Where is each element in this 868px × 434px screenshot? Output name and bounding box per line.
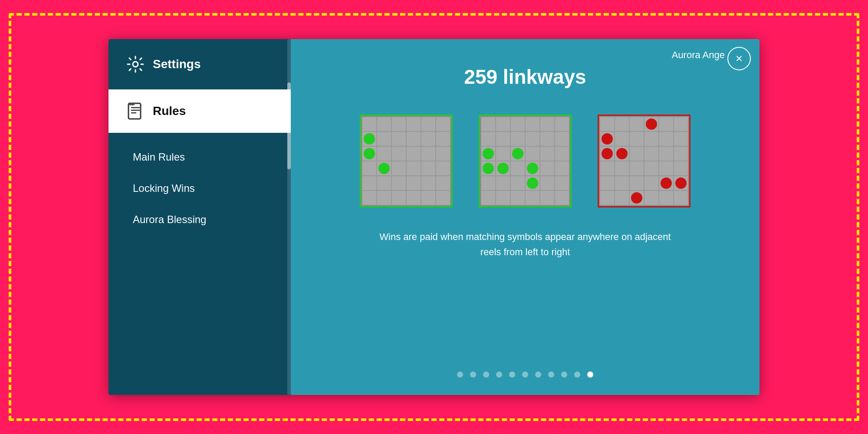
pagination-dot[interactable] bbox=[496, 372, 502, 378]
grid-cell bbox=[377, 176, 391, 191]
grid-cell bbox=[362, 161, 377, 176]
grid-cell bbox=[644, 161, 659, 176]
grid-cell bbox=[540, 117, 555, 132]
main-window: Settings Rules Main Rules Locking Wins A… bbox=[108, 39, 760, 395]
grid-cell bbox=[674, 132, 688, 146]
pagination-dot[interactable] bbox=[522, 372, 528, 378]
grid-cell bbox=[659, 176, 674, 191]
game-title: Aurora Ange bbox=[672, 49, 725, 61]
rules-label: Rules bbox=[153, 104, 186, 118]
grid-cell bbox=[391, 117, 406, 132]
grid-cell bbox=[481, 191, 496, 205]
circle-red-icon bbox=[675, 178, 687, 189]
grid-cell bbox=[510, 132, 525, 146]
grid-cell bbox=[421, 191, 436, 205]
close-button[interactable]: × bbox=[727, 47, 751, 70]
svg-point-0 bbox=[133, 62, 138, 67]
grid-cell bbox=[659, 146, 674, 161]
circle-green-icon bbox=[483, 148, 494, 159]
grid-cell bbox=[525, 146, 540, 161]
grid-cell bbox=[555, 117, 569, 132]
grid-cell bbox=[629, 132, 644, 146]
sidebar-item-main-rules[interactable]: Main Rules bbox=[108, 141, 291, 173]
grid-cell bbox=[481, 146, 496, 161]
grid-cell bbox=[629, 161, 644, 176]
circle-green-icon bbox=[512, 148, 523, 159]
sidebar: Settings Rules Main Rules Locking Wins A… bbox=[108, 39, 291, 395]
grid-cell bbox=[540, 146, 555, 161]
sub-menu: Main Rules Locking Wins Aurora Blessing bbox=[108, 133, 291, 244]
grids-row bbox=[360, 115, 690, 207]
pagination-dot[interactable] bbox=[457, 372, 463, 378]
grid-cell bbox=[496, 176, 510, 191]
grid-cell bbox=[615, 161, 629, 176]
grid-cell bbox=[377, 132, 391, 146]
grid-cell bbox=[615, 146, 629, 161]
grid-cell bbox=[481, 176, 496, 191]
circle-green-icon bbox=[527, 178, 538, 189]
svg-rect-1 bbox=[128, 103, 141, 119]
grid-cell bbox=[659, 117, 674, 132]
grid-cell bbox=[525, 161, 540, 176]
pagination-dot[interactable] bbox=[470, 372, 476, 378]
grid-cell bbox=[615, 132, 629, 146]
grid-cell bbox=[674, 161, 688, 176]
grid-cell bbox=[481, 117, 496, 132]
grid-cell bbox=[362, 176, 377, 191]
grid-cell bbox=[510, 146, 525, 161]
pagination-dot[interactable] bbox=[509, 372, 515, 378]
grid-cell bbox=[436, 176, 450, 191]
grid-cell bbox=[391, 146, 406, 161]
circle-red-icon bbox=[602, 148, 613, 159]
grid-cell bbox=[600, 146, 615, 161]
sidebar-item-rules[interactable]: Rules bbox=[108, 89, 291, 133]
grid-cell bbox=[391, 161, 406, 176]
description-text: Wins are paid when matching symbols appe… bbox=[373, 229, 677, 260]
circle-red-icon bbox=[602, 133, 613, 145]
grid-cell bbox=[659, 132, 674, 146]
scrollbar-thumb[interactable] bbox=[287, 82, 291, 169]
pagination-dot[interactable] bbox=[574, 372, 580, 378]
grid-cell bbox=[421, 132, 436, 146]
grid-cell bbox=[555, 191, 569, 205]
grid-cell bbox=[629, 117, 644, 132]
circle-green-icon bbox=[497, 163, 509, 174]
grid-cell bbox=[600, 161, 615, 176]
grid-cell bbox=[540, 176, 555, 191]
grid-cell bbox=[674, 146, 688, 161]
grid-cell bbox=[540, 191, 555, 205]
circle-green-icon bbox=[378, 163, 390, 174]
pagination-dot[interactable] bbox=[561, 372, 567, 378]
settings-label: Settings bbox=[153, 57, 201, 71]
sidebar-item-aurora-blessing[interactable]: Aurora Blessing bbox=[108, 204, 291, 235]
grid-cell bbox=[600, 176, 615, 191]
grid-cell bbox=[659, 191, 674, 205]
grid-cell bbox=[600, 191, 615, 205]
grid-1 bbox=[360, 115, 453, 207]
sidebar-item-settings[interactable]: Settings bbox=[108, 39, 291, 89]
pagination-dot[interactable] bbox=[587, 372, 593, 378]
grid-cell bbox=[615, 117, 629, 132]
pagination-dot[interactable] bbox=[535, 372, 541, 378]
grid-cell bbox=[436, 146, 450, 161]
grid-cell bbox=[525, 191, 540, 205]
grid-cell bbox=[496, 146, 510, 161]
grid-cell bbox=[540, 161, 555, 176]
pagination-dot[interactable] bbox=[548, 372, 554, 378]
grid-cell bbox=[644, 191, 659, 205]
grid-cell bbox=[600, 132, 615, 146]
grid-cell bbox=[436, 161, 450, 176]
grid-cell bbox=[555, 146, 569, 161]
grid-cell bbox=[525, 176, 540, 191]
grid-3 bbox=[598, 115, 690, 207]
grid-cell bbox=[644, 146, 659, 161]
grid-cell bbox=[391, 191, 406, 205]
pagination-dot[interactable] bbox=[483, 372, 489, 378]
grid-cell bbox=[555, 176, 569, 191]
grid-cell bbox=[406, 132, 421, 146]
circle-green-icon bbox=[364, 133, 375, 145]
grid-cell bbox=[436, 117, 450, 132]
grid-cell bbox=[421, 146, 436, 161]
sidebar-item-locking-wins[interactable]: Locking Wins bbox=[108, 173, 291, 204]
grid-cell bbox=[481, 132, 496, 146]
